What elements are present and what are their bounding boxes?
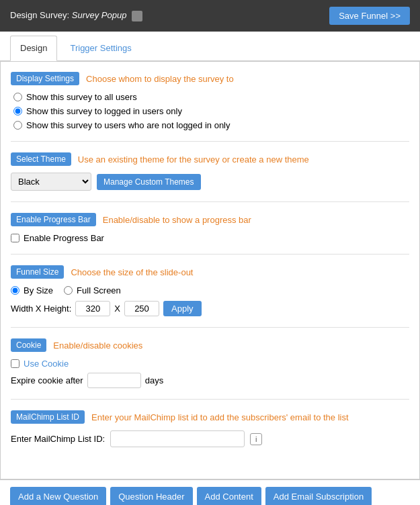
expire-label: Expire cookie after (11, 375, 83, 385)
mailchimp-section: MailChimp List ID Enter your MailChimp l… (11, 410, 409, 458)
add-email-subscription-button[interactable]: Add Email Subscription (265, 487, 372, 505)
mailchimp-desc: Enter your MailChimp list id to add the … (91, 412, 349, 422)
select-theme-section: Select Theme Use an existing theme for t… (11, 152, 409, 202)
select-theme-badge: Select Theme (11, 152, 71, 166)
cookie-section: Cookie Enable/disable cookies Use Cookie… (11, 338, 409, 400)
use-cookie-checkbox[interactable]: Use Cookie (11, 359, 409, 369)
page-icon (132, 11, 142, 21)
radio-all-users[interactable]: Show this survey to all users (13, 92, 409, 102)
save-funnel-header-button[interactable]: Save Funnel >> (329, 7, 410, 25)
enable-progress-bar-checkbox[interactable]: Enable Progress Bar (11, 233, 409, 243)
radio-not-logged-in-input[interactable] (13, 121, 22, 130)
progress-bar-section: Enable Progress Bar Enable/disable to sh… (11, 213, 409, 255)
theme-select[interactable]: Black White Blue Custom (11, 173, 91, 191)
tab-design[interactable]: Design (10, 36, 57, 61)
main-content: Display Settings Choose whom to display … (0, 61, 420, 479)
funnel-size-badge: Funnel Size (11, 265, 64, 279)
select-theme-desc: Use an existing theme for the survey or … (78, 154, 309, 165)
radio-logged-in[interactable]: Show this survey to logged in users only (13, 106, 409, 116)
header: Design Survey: Survey Popup Save Funnel … (0, 0, 420, 32)
radio-by-size-input[interactable] (11, 286, 19, 295)
days-label: days (145, 375, 163, 385)
radio-full-screen[interactable]: Full Screen (64, 285, 121, 295)
radio-not-logged-in[interactable]: Show this survey to users who are not lo… (13, 120, 409, 130)
radio-by-size[interactable]: By Size (11, 285, 53, 295)
add-content-button[interactable]: Add Content (197, 487, 261, 505)
funnel-size-section: Funnel Size Choose the size of the slide… (11, 265, 409, 328)
add-new-question-button[interactable]: Add a New Question (10, 487, 106, 505)
display-settings-desc: Choose whom to display the survey to (86, 74, 234, 84)
width-height-label: Width X Height: (11, 304, 71, 314)
display-settings-badge: Display Settings (11, 72, 79, 85)
mailchimp-input[interactable] (110, 430, 245, 447)
radio-all-users-input[interactable] (13, 93, 22, 101)
question-header-button[interactable]: Question Header (110, 487, 192, 505)
progress-bar-input[interactable] (11, 234, 19, 242)
radio-full-screen-input[interactable] (64, 286, 73, 295)
height-input[interactable] (124, 301, 159, 316)
expire-input[interactable] (87, 373, 141, 388)
display-options-group: Show this survey to all users Show this … (13, 92, 409, 130)
tab-trigger-settings[interactable]: Trigger Settings (60, 36, 141, 60)
x-separator: X (114, 304, 120, 314)
header-title: Design Survey: Survey Popup (10, 10, 142, 21)
progress-bar-badge: Enable Progress Bar (11, 213, 96, 226)
manage-custom-themes-button[interactable]: Manage Custom Themes (97, 174, 201, 190)
display-settings-section: Display Settings Choose whom to display … (11, 72, 409, 142)
tabs-container: Design Trigger Settings (0, 32, 420, 61)
cookie-desc: Enable/disable cookies (53, 340, 142, 351)
cookie-badge: Cookie (11, 338, 46, 352)
mailchimp-badge: MailChimp List ID (11, 410, 85, 424)
info-icon[interactable]: i (250, 433, 262, 445)
use-cookie-input[interactable] (11, 359, 19, 368)
funnel-size-desc: Choose the size of the slide-out (71, 267, 193, 277)
width-input[interactable] (75, 301, 110, 316)
radio-logged-in-input[interactable] (13, 107, 22, 116)
action-buttons-bar: Add a New Question Question Header Add C… (0, 479, 420, 505)
mailchimp-field-label: Enter MailChimp List ID: (11, 434, 105, 444)
apply-button[interactable]: Apply (163, 301, 202, 316)
progress-bar-desc: Enable/disable to show a progress bar (103, 215, 251, 225)
